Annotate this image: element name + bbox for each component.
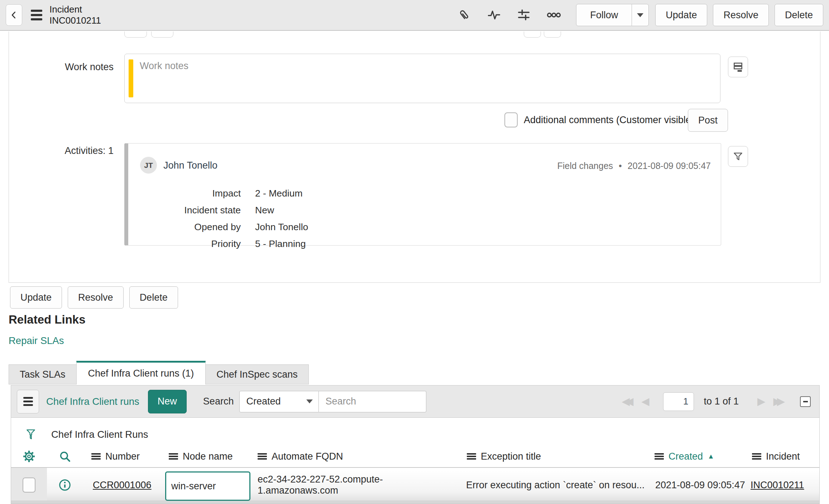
work-notes-input[interactable]: [125, 54, 720, 103]
field-change-label: Opened by: [128, 222, 241, 233]
tab-chef-infra-client-runs[interactable]: Chef Infra Client runs (1): [76, 361, 206, 384]
column-header-automate-fqdn[interactable]: Automate FQDN: [255, 451, 463, 462]
first-page-button[interactable]: ◀◀: [622, 396, 634, 407]
next-page-button[interactable]: ▶: [757, 396, 765, 407]
related-list-tabs: Task SLAs Chef Infra Client runs (1) Che…: [9, 361, 309, 384]
activity-event-type: Field changes: [557, 161, 613, 171]
column-menu-icon: [258, 453, 267, 460]
breadcrumb-all-link[interactable]: Chef Infra Client Runs: [51, 429, 148, 440]
activity-field-changes: Impact 2 - Medium Incident state New Ope…: [128, 188, 308, 249]
follow-split-button: Follow: [576, 4, 649, 26]
funnel-filter-icon[interactable]: [25, 428, 36, 441]
incident-form-section: Work notes Additional comments (Customer…: [9, 32, 820, 283]
column-menu-icon: [91, 453, 101, 460]
additional-comments-checkbox[interactable]: [504, 112, 518, 127]
resolve-button-bottom[interactable]: Resolve: [68, 286, 124, 309]
record-number-label: INC0010211: [49, 15, 101, 26]
field-change-value: 2 - Medium: [255, 188, 308, 199]
list-title-link[interactable]: Chef Infra Client runs: [46, 396, 139, 407]
activity-meta: Field changes • 2021-08-09 09:05:47: [557, 161, 711, 171]
personalize-list-gear-button[interactable]: [11, 450, 47, 463]
field-change-value: New: [255, 205, 308, 216]
list-filter-breadcrumb: Chef Infra Client Runs: [11, 418, 819, 441]
incident-record-page: Incident INC0010211 Follow Update Resolv…: [0, 0, 829, 504]
attachment-paperclip-icon[interactable]: [458, 9, 471, 21]
back-chevron-icon: [9, 10, 19, 20]
cell-number: CCR0001006: [83, 468, 165, 502]
row-select-checkbox[interactable]: [23, 478, 35, 493]
activity-filter-button[interactable]: [728, 146, 748, 167]
activity-formatting-button[interactable]: [728, 57, 748, 77]
funnel-filter-icon: [733, 151, 743, 162]
record-number-link[interactable]: CCR0001006: [93, 480, 152, 491]
more-options-ellipsis-icon[interactable]: [547, 11, 561, 19]
cell-incident: INC0010211: [749, 468, 819, 502]
search-magnifier-icon: [59, 450, 71, 462]
related-links-heading: Related Links: [9, 313, 86, 326]
work-notes-field: [124, 54, 720, 103]
clipped-button-stub: [544, 32, 561, 38]
activity-timestamp: 2021-08-09 09:05:47: [628, 161, 711, 171]
column-header-created[interactable]: Created ▲: [652, 451, 749, 462]
column-header-node-name[interactable]: Node name: [165, 451, 255, 462]
list-search-input[interactable]: [319, 391, 426, 412]
search-column-select[interactable]: Created: [239, 391, 319, 412]
column-header-number[interactable]: Number: [83, 451, 165, 462]
form-header-bar: Incident INC0010211 Follow Update Resolv…: [0, 0, 829, 31]
column-menu-icon: [752, 453, 761, 460]
back-button[interactable]: [6, 4, 22, 26]
post-button[interactable]: Post: [688, 109, 728, 132]
row-preview-cell: [47, 468, 83, 502]
clipped-button-stub: [151, 32, 173, 38]
column-menu-icon: [169, 453, 178, 460]
page-number-input[interactable]: [663, 392, 694, 411]
header-action-buttons: Update Resolve Delete: [655, 4, 823, 26]
cell-created: 2021-08-09 09:05:47: [652, 468, 749, 502]
column-header-exception-title[interactable]: Exception title: [463, 451, 652, 462]
chevron-down-icon: [306, 399, 313, 403]
table-row: CCR0001006 win-server ec2-34-232-227-52.…: [11, 468, 819, 502]
column-menu-icon: [467, 453, 476, 460]
resolve-button[interactable]: Resolve: [713, 4, 769, 26]
follow-dropdown-button[interactable]: [632, 4, 649, 26]
list-pagination: ◀◀ ◀ to 1 of 1 ▶ ▶▶: [622, 392, 814, 411]
form-footer-buttons: Update Resolve Delete: [10, 286, 178, 309]
field-change-label: Impact: [128, 188, 241, 199]
chef-infra-client-runs-list: Chef Infra Client runs New Search Create…: [11, 385, 820, 504]
personalize-sliders-icon[interactable]: [517, 9, 530, 21]
minus-icon: [803, 401, 808, 402]
tab-chef-inspec-scans[interactable]: Chef InSpec scans: [205, 364, 309, 384]
list-context-menu-button[interactable]: [17, 390, 39, 413]
incident-link[interactable]: INC0010211: [751, 480, 804, 491]
column-header-incident[interactable]: Incident: [749, 451, 819, 462]
tab-task-slas[interactable]: Task SLAs: [9, 364, 77, 384]
record-type-label: Incident: [49, 4, 101, 15]
info-icon[interactable]: [58, 479, 71, 491]
column-search-button[interactable]: [47, 450, 83, 462]
list-column-headers: Number Node name Automate FQDN Exception…: [11, 446, 819, 468]
search-column-value: Created: [246, 396, 281, 407]
follow-button[interactable]: Follow: [576, 4, 632, 26]
chevron-down-icon: [637, 13, 643, 17]
delete-button[interactable]: Delete: [775, 4, 823, 26]
update-button[interactable]: Update: [655, 4, 707, 26]
clipped-next-row-edge: [11, 500, 819, 504]
field-change-value: John Tonello: [255, 222, 308, 233]
delete-button-bottom[interactable]: Delete: [129, 286, 178, 309]
bullet-separator: •: [619, 161, 622, 171]
activities-label: Activities: 1: [9, 145, 114, 156]
new-record-button[interactable]: New: [148, 390, 187, 413]
avatar: JT: [140, 157, 157, 174]
activity-entry-card: JT John Tonello Field changes • 2021-08-…: [124, 143, 721, 246]
last-page-button[interactable]: ▶▶: [773, 396, 785, 407]
previous-page-button[interactable]: ◀: [641, 396, 649, 407]
additional-comments-label: Additional comments (Customer visible): [524, 115, 694, 126]
update-button-bottom[interactable]: Update: [10, 286, 62, 309]
field-change-label: Incident state: [128, 205, 241, 216]
node-name-focused-cell[interactable]: win-server: [165, 471, 250, 501]
collapse-list-button[interactable]: [800, 396, 811, 407]
form-context-menu-icon[interactable]: [31, 10, 42, 20]
repair-slas-link[interactable]: Repair SLAs: [9, 335, 64, 346]
field-change-label: Priority: [128, 238, 241, 249]
activity-stream-pulse-icon[interactable]: [487, 9, 501, 21]
